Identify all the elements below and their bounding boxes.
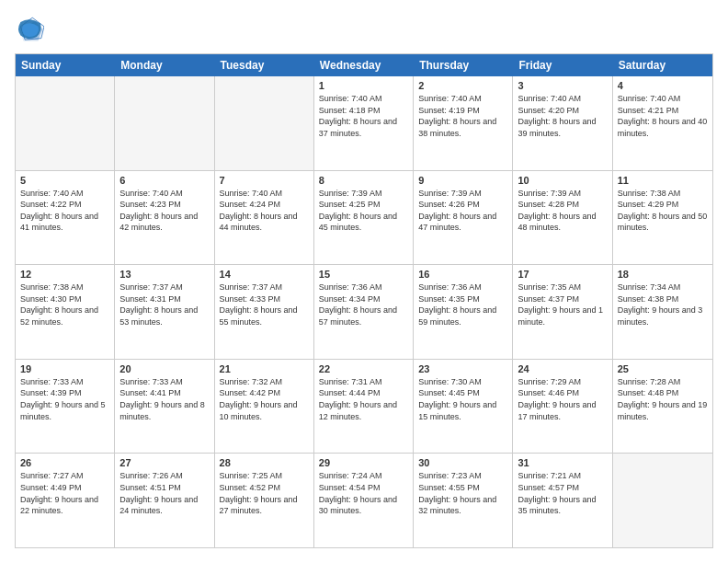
cal-cell: 1Sunrise: 7:40 AM Sunset: 4:18 PM Daylig…: [314, 76, 414, 170]
day-number: 19: [20, 363, 109, 374]
day-number: 13: [119, 269, 209, 280]
day-info: Sunrise: 7:33 AM Sunset: 4:39 PM Dayligh…: [20, 376, 109, 422]
cal-cell: 16Sunrise: 7:36 AM Sunset: 4:35 PM Dayli…: [414, 265, 513, 359]
header-day-tuesday: Tuesday: [215, 54, 314, 76]
cal-cell: 10Sunrise: 7:39 AM Sunset: 4:28 PM Dayli…: [513, 171, 612, 265]
cal-cell: 13Sunrise: 7:37 AM Sunset: 4:31 PM Dayli…: [115, 265, 214, 359]
day-number: 4: [618, 80, 708, 91]
cal-cell: 28Sunrise: 7:25 AM Sunset: 4:52 PM Dayli…: [215, 454, 314, 547]
cal-cell: 5Sunrise: 7:40 AM Sunset: 4:22 PM Daylig…: [16, 171, 115, 265]
cal-cell: 17Sunrise: 7:35 AM Sunset: 4:37 PM Dayli…: [513, 265, 612, 359]
day-info: Sunrise: 7:26 AM Sunset: 4:51 PM Dayligh…: [119, 470, 209, 516]
day-info: Sunrise: 7:40 AM Sunset: 4:21 PM Dayligh…: [618, 93, 708, 139]
day-info: Sunrise: 7:33 AM Sunset: 4:41 PM Dayligh…: [119, 376, 209, 422]
cal-cell: 23Sunrise: 7:30 AM Sunset: 4:45 PM Dayli…: [414, 360, 513, 454]
cal-cell: 27Sunrise: 7:26 AM Sunset: 4:51 PM Dayli…: [115, 454, 214, 547]
cal-cell: 20Sunrise: 7:33 AM Sunset: 4:41 PM Dayli…: [115, 360, 214, 454]
cal-cell: [115, 76, 214, 170]
header-day-saturday: Saturday: [613, 54, 712, 76]
calendar: SundayMondayTuesdayWednesdayThursdayFrid…: [15, 53, 713, 548]
cal-cell: 18Sunrise: 7:34 AM Sunset: 4:38 PM Dayli…: [613, 265, 712, 359]
cal-cell: 6Sunrise: 7:40 AM Sunset: 4:23 PM Daylig…: [115, 171, 214, 265]
day-number: 12: [20, 269, 109, 280]
day-number: 25: [618, 363, 708, 374]
day-number: 2: [418, 80, 507, 91]
cal-cell: 21Sunrise: 7:32 AM Sunset: 4:42 PM Dayli…: [215, 360, 314, 454]
cal-cell: 25Sunrise: 7:28 AM Sunset: 4:48 PM Dayli…: [613, 360, 712, 454]
day-info: Sunrise: 7:36 AM Sunset: 4:35 PM Dayligh…: [418, 282, 507, 327]
day-info: Sunrise: 7:40 AM Sunset: 4:24 PM Dayligh…: [220, 188, 309, 234]
cal-cell: [16, 76, 115, 170]
day-number: 7: [220, 175, 309, 186]
day-number: 9: [418, 175, 507, 186]
header: [15, 15, 713, 44]
day-info: Sunrise: 7:40 AM Sunset: 4:20 PM Dayligh…: [518, 93, 607, 139]
cal-cell: 30Sunrise: 7:23 AM Sunset: 4:55 PM Dayli…: [414, 454, 513, 547]
cal-cell: 11Sunrise: 7:38 AM Sunset: 4:29 PM Dayli…: [613, 171, 712, 265]
day-number: 15: [319, 269, 408, 280]
cal-cell: 3Sunrise: 7:40 AM Sunset: 4:20 PM Daylig…: [513, 76, 612, 170]
cal-cell: 8Sunrise: 7:39 AM Sunset: 4:25 PM Daylig…: [314, 171, 414, 265]
day-info: Sunrise: 7:25 AM Sunset: 4:52 PM Dayligh…: [220, 470, 309, 516]
header-day-sunday: Sunday: [16, 54, 115, 76]
day-info: Sunrise: 7:40 AM Sunset: 4:18 PM Dayligh…: [319, 93, 408, 139]
cal-cell: 15Sunrise: 7:36 AM Sunset: 4:34 PM Dayli…: [314, 265, 414, 359]
cal-row-1: 5Sunrise: 7:40 AM Sunset: 4:22 PM Daylig…: [16, 171, 712, 266]
day-number: 1: [319, 80, 408, 91]
day-number: 22: [319, 363, 408, 374]
cal-cell: 12Sunrise: 7:38 AM Sunset: 4:30 PM Dayli…: [16, 265, 115, 359]
cal-cell: 19Sunrise: 7:33 AM Sunset: 4:39 PM Dayli…: [16, 360, 115, 454]
day-info: Sunrise: 7:31 AM Sunset: 4:44 PM Dayligh…: [319, 376, 408, 422]
calendar-body: 1Sunrise: 7:40 AM Sunset: 4:18 PM Daylig…: [16, 76, 712, 547]
cal-row-4: 26Sunrise: 7:27 AM Sunset: 4:49 PM Dayli…: [16, 454, 712, 547]
header-day-friday: Friday: [513, 54, 612, 76]
day-info: Sunrise: 7:39 AM Sunset: 4:28 PM Dayligh…: [518, 188, 607, 234]
cal-cell: [215, 76, 314, 170]
day-info: Sunrise: 7:40 AM Sunset: 4:19 PM Dayligh…: [418, 93, 507, 139]
day-info: Sunrise: 7:38 AM Sunset: 4:29 PM Dayligh…: [618, 188, 708, 234]
cal-cell: 22Sunrise: 7:31 AM Sunset: 4:44 PM Dayli…: [314, 360, 414, 454]
day-info: Sunrise: 7:35 AM Sunset: 4:37 PM Dayligh…: [518, 282, 607, 327]
day-number: 17: [518, 269, 607, 280]
logo: [15, 15, 48, 44]
day-number: 10: [518, 175, 607, 186]
cal-row-3: 19Sunrise: 7:33 AM Sunset: 4:39 PM Dayli…: [16, 360, 712, 454]
day-number: 5: [20, 175, 109, 186]
day-info: Sunrise: 7:38 AM Sunset: 4:30 PM Dayligh…: [20, 282, 109, 327]
day-info: Sunrise: 7:34 AM Sunset: 4:38 PM Dayligh…: [618, 282, 708, 327]
day-info: Sunrise: 7:23 AM Sunset: 4:55 PM Dayligh…: [418, 470, 507, 516]
day-number: 20: [119, 363, 209, 374]
cal-cell: 2Sunrise: 7:40 AM Sunset: 4:19 PM Daylig…: [414, 76, 513, 170]
day-number: 16: [418, 269, 507, 280]
day-info: Sunrise: 7:36 AM Sunset: 4:34 PM Dayligh…: [319, 282, 408, 327]
day-number: 24: [518, 363, 607, 374]
day-number: 18: [618, 269, 708, 280]
day-info: Sunrise: 7:32 AM Sunset: 4:42 PM Dayligh…: [220, 376, 309, 422]
day-info: Sunrise: 7:30 AM Sunset: 4:45 PM Dayligh…: [418, 376, 507, 422]
day-info: Sunrise: 7:39 AM Sunset: 4:26 PM Dayligh…: [418, 188, 507, 234]
cal-cell: [613, 454, 712, 547]
day-info: Sunrise: 7:28 AM Sunset: 4:48 PM Dayligh…: [618, 376, 708, 422]
day-number: 3: [518, 80, 607, 91]
cal-cell: 4Sunrise: 7:40 AM Sunset: 4:21 PM Daylig…: [613, 76, 712, 170]
day-info: Sunrise: 7:29 AM Sunset: 4:46 PM Dayligh…: [518, 376, 607, 422]
logo-icon: [15, 15, 44, 44]
day-info: Sunrise: 7:40 AM Sunset: 4:23 PM Dayligh…: [119, 188, 209, 234]
day-info: Sunrise: 7:40 AM Sunset: 4:22 PM Dayligh…: [20, 188, 109, 234]
day-info: Sunrise: 7:27 AM Sunset: 4:49 PM Dayligh…: [20, 470, 109, 516]
day-number: 28: [220, 457, 309, 468]
page: SundayMondayTuesdayWednesdayThursdayFrid…: [0, 0, 728, 563]
day-info: Sunrise: 7:37 AM Sunset: 4:33 PM Dayligh…: [220, 282, 309, 327]
day-number: 14: [220, 269, 309, 280]
header-day-thursday: Thursday: [414, 54, 513, 76]
day-number: 27: [119, 457, 209, 468]
day-info: Sunrise: 7:37 AM Sunset: 4:31 PM Dayligh…: [119, 282, 209, 327]
cal-cell: 31Sunrise: 7:21 AM Sunset: 4:57 PM Dayli…: [513, 454, 612, 547]
day-number: 31: [518, 457, 607, 468]
day-number: 8: [319, 175, 408, 186]
cal-cell: 29Sunrise: 7:24 AM Sunset: 4:54 PM Dayli…: [314, 454, 414, 547]
day-info: Sunrise: 7:21 AM Sunset: 4:57 PM Dayligh…: [518, 470, 607, 516]
day-number: 23: [418, 363, 507, 374]
day-info: Sunrise: 7:24 AM Sunset: 4:54 PM Dayligh…: [319, 470, 408, 516]
day-number: 11: [618, 175, 708, 186]
